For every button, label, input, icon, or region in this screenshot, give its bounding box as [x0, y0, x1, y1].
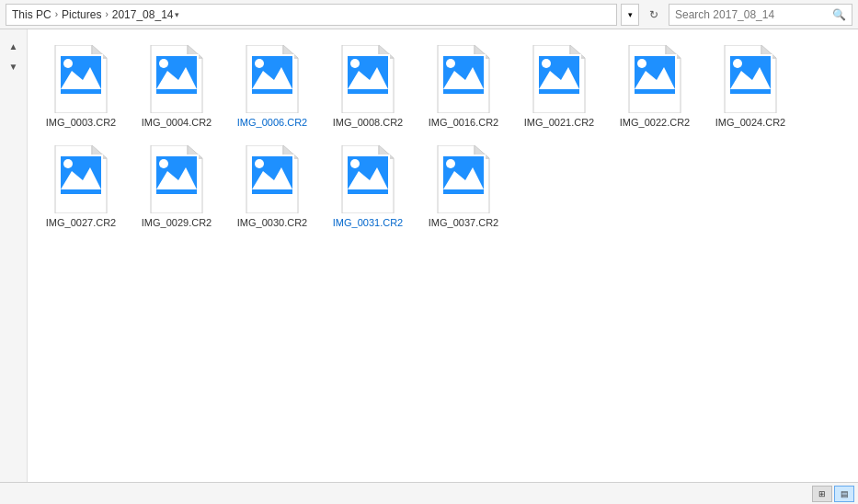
svg-point-59: [159, 159, 168, 168]
file-grid: IMG_0003.CR2IMG_0004.CR2IMG_0006.CR2IMG_…: [35, 39, 851, 235]
address-bar: This PC › Pictures › 2017_08_14 ▾ ▾ ↻ 🔍: [0, 0, 858, 29]
file-name: IMG_0016.CR2: [429, 117, 498, 129]
path-sep-1: ›: [53, 9, 60, 19]
file-item[interactable]: IMG_0030.CR2: [226, 139, 318, 235]
file-name: IMG_0027.CR2: [46, 217, 116, 229]
sidebar: ▲ ▼: [0, 29, 28, 482]
svg-point-5: [63, 59, 73, 68]
file-item[interactable]: IMG_0006.CR2: [226, 39, 318, 135]
file-item[interactable]: IMG_0024.CR2: [704, 39, 796, 135]
file-item[interactable]: IMG_0004.CR2: [131, 39, 223, 135]
file-icon: [147, 145, 206, 213]
path-this-pc[interactable]: This PC: [12, 8, 51, 21]
file-item[interactable]: IMG_0037.CR2: [418, 139, 509, 235]
explorer-content[interactable]: IMG_0003.CR2IMG_0004.CR2IMG_0006.CR2IMG_…: [28, 29, 858, 482]
file-name: IMG_0030.CR2: [237, 217, 307, 229]
svg-point-23: [350, 59, 360, 68]
address-path[interactable]: This PC › Pictures › 2017_08_14 ▾: [6, 4, 617, 26]
main-area: ▲ ▼ IMG_0003.CR2IMG_0004.CR2IMG_0006.CR2…: [0, 29, 858, 482]
svg-point-77: [446, 159, 455, 168]
svg-point-11: [159, 59, 168, 68]
file-name: IMG_0029.CR2: [142, 217, 212, 229]
file-icon: [434, 45, 493, 113]
file-name: IMG_0021.CR2: [524, 117, 594, 129]
file-item[interactable]: IMG_0003.CR2: [35, 39, 127, 135]
file-icon: [338, 145, 397, 213]
svg-point-47: [733, 59, 742, 68]
file-icon: [243, 145, 302, 213]
file-name: IMG_0006.CR2: [237, 117, 307, 129]
file-icon: [625, 45, 684, 113]
file-name: IMG_0022.CR2: [620, 117, 690, 129]
file-icon: [530, 45, 589, 113]
svg-point-17: [255, 59, 264, 68]
path-pictures[interactable]: Pictures: [62, 8, 101, 21]
status-bar: ⊞ ▤: [0, 482, 858, 504]
view-grid-button[interactable]: ⊞: [812, 486, 832, 502]
svg-point-29: [446, 59, 455, 68]
file-item[interactable]: IMG_0031.CR2: [322, 139, 414, 235]
file-item[interactable]: IMG_0029.CR2: [131, 139, 223, 235]
file-name: IMG_0008.CR2: [333, 117, 403, 129]
sidebar-arrow-up[interactable]: ▲: [5, 37, 23, 55]
file-name: IMG_0031.CR2: [333, 217, 403, 229]
file-name: IMG_0004.CR2: [142, 117, 212, 129]
file-name: IMG_0024.CR2: [715, 117, 785, 129]
svg-point-35: [542, 59, 551, 68]
address-dropdown-btn[interactable]: ▾: [621, 4, 639, 26]
file-icon: [243, 45, 302, 113]
svg-point-41: [637, 59, 646, 68]
file-item[interactable]: IMG_0008.CR2: [322, 39, 414, 135]
file-icon: [147, 45, 206, 113]
search-input[interactable]: [675, 8, 829, 21]
sidebar-arrow-down[interactable]: ▼: [5, 57, 23, 75]
path-sep-2: ›: [103, 9, 109, 19]
file-item[interactable]: IMG_0022.CR2: [609, 39, 701, 135]
path-chevron[interactable]: ▾: [175, 10, 179, 19]
svg-point-53: [63, 159, 73, 168]
file-icon: [51, 145, 110, 213]
file-item[interactable]: IMG_0021.CR2: [513, 39, 605, 135]
file-icon: [338, 45, 397, 113]
refresh-button[interactable]: ↻: [643, 4, 665, 26]
file-icon: [51, 45, 110, 113]
path-folder[interactable]: 2017_08_14: [112, 8, 174, 21]
svg-point-65: [255, 159, 264, 168]
file-name: IMG_0037.CR2: [429, 217, 498, 229]
file-icon: [434, 145, 493, 213]
file-name: IMG_0003.CR2: [46, 117, 116, 129]
file-icon: [721, 45, 780, 113]
file-item[interactable]: IMG_0027.CR2: [35, 139, 127, 235]
file-item[interactable]: IMG_0016.CR2: [418, 39, 509, 135]
search-box: 🔍: [669, 4, 852, 26]
view-list-button[interactable]: ▤: [834, 486, 854, 502]
svg-point-71: [350, 159, 360, 168]
search-icon[interactable]: 🔍: [832, 8, 846, 21]
